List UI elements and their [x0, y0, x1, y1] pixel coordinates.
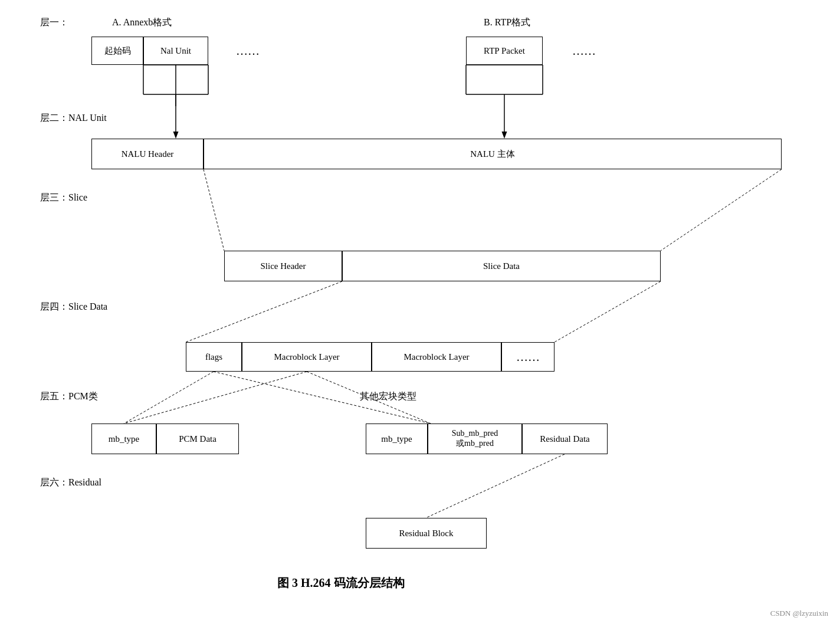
rtppacket-box: RTP Packet [466, 37, 543, 65]
svg-line-19 [124, 372, 307, 424]
svg-line-15 [554, 281, 661, 342]
svg-line-16 [124, 372, 214, 424]
svg-line-13 [661, 169, 782, 251]
nalu-header-box: NALU Header [91, 139, 204, 169]
nalu-body-box: NALU 主体 [204, 139, 782, 169]
nalunit-a-box: Nal Unit [143, 37, 208, 65]
slice-data-box: Slice Data [342, 251, 661, 281]
mb-type-other-box: mb_type [366, 424, 428, 454]
dots1: …… [236, 44, 260, 58]
svg-line-12 [204, 169, 224, 251]
macro2-box: Macroblock Layer [372, 342, 501, 372]
layer6-label: 层六：Residual [40, 477, 101, 489]
layer1-label: 层一： [40, 17, 68, 29]
residual-data-box: Residual Data [522, 424, 608, 454]
layer4-label: 层四：Slice Data [40, 301, 107, 313]
watermark: CSDN @lzyzuixin [770, 609, 828, 618]
layer2-label: 层二：NAL Unit [40, 112, 107, 124]
layer5b-label: 其他宏块类型 [360, 390, 416, 403]
flags-box: flags [186, 342, 242, 372]
pcm-data-box: PCM Data [156, 424, 239, 454]
dots2: …… [572, 44, 596, 58]
layer1b-label: B. RTP格式 [484, 17, 530, 29]
layer5-label: 层五：PCM类 [40, 390, 98, 403]
layer1a-label: A. Annexb格式 [112, 17, 172, 29]
residual-block-box: Residual Block [366, 518, 487, 549]
diagram-container: 层一： A. Annexb格式 B. RTP格式 起始码 Nal Unit ……… [0, 0, 840, 627]
layer3-label: 层三：Slice [40, 192, 87, 204]
dots3-box: …… [501, 342, 554, 372]
sub-mb-pred-box: Sub_mb_pred 或mb_pred [428, 424, 522, 454]
mb-type-pcm-box: mb_type [91, 424, 156, 454]
svg-line-14 [186, 281, 342, 342]
slice-header-box: Slice Header [224, 251, 342, 281]
macro1-box: Macroblock Layer [242, 342, 372, 372]
caption: 图 3 H.264 码流分层结构 [277, 575, 405, 591]
svg-line-20 [426, 454, 565, 518]
qishi-box: 起始码 [91, 37, 143, 65]
